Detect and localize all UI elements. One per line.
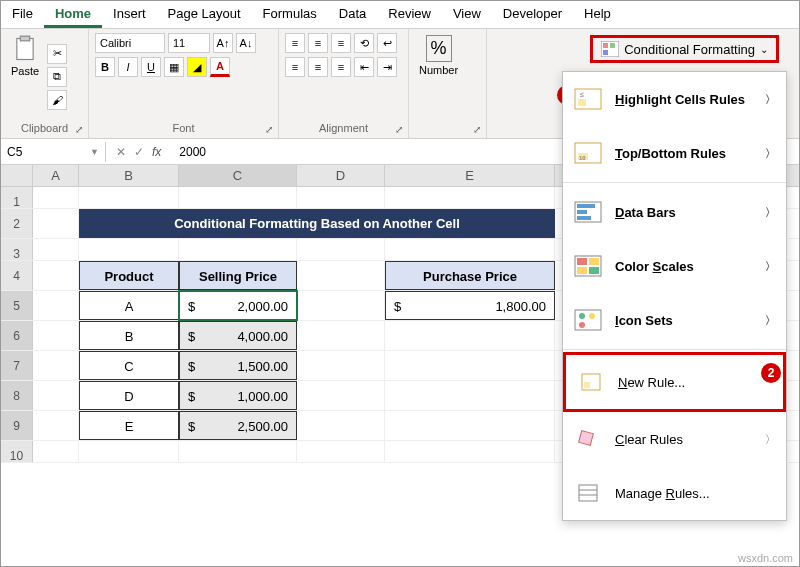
copy-button[interactable]: ⧉ bbox=[47, 67, 67, 87]
fx-icon[interactable]: fx bbox=[152, 145, 161, 159]
svg-rect-15 bbox=[577, 216, 591, 220]
alignment-launcher[interactable]: ⤢ bbox=[392, 122, 406, 136]
highlight-cells-icon: ≤ bbox=[573, 86, 603, 112]
manage-rules-icon bbox=[573, 480, 603, 506]
cell-selling-b[interactable]: $4,000.00 bbox=[179, 321, 297, 350]
increase-font-button[interactable]: A↑ bbox=[213, 33, 233, 53]
row-header-4[interactable]: 4 bbox=[1, 261, 33, 290]
header-selling-price[interactable]: Selling Price bbox=[179, 261, 297, 290]
menu-top-bottom-rules[interactable]: 10 Top/Bottom Rules 〉 bbox=[563, 126, 786, 180]
menu-clear-rules[interactable]: Clear Rules 〉 bbox=[563, 412, 786, 466]
font-color-button[interactable]: A bbox=[210, 57, 230, 77]
cell-product-b[interactable]: B bbox=[79, 321, 179, 350]
color-scales-icon bbox=[573, 253, 603, 279]
row-header-7[interactable]: 7 bbox=[1, 351, 33, 380]
row-header-8[interactable]: 8 bbox=[1, 381, 33, 410]
row-header-6[interactable]: 6 bbox=[1, 321, 33, 350]
row-header-2[interactable]: 2 bbox=[1, 209, 33, 238]
increase-indent-button[interactable]: ⇥ bbox=[377, 57, 397, 77]
header-product[interactable]: Product bbox=[79, 261, 179, 290]
tab-data[interactable]: Data bbox=[328, 1, 377, 28]
align-center-button[interactable]: ≡ bbox=[308, 57, 328, 77]
align-top-button[interactable]: ≡ bbox=[285, 33, 305, 53]
number-format-button[interactable]: % Number bbox=[415, 33, 462, 136]
wrap-text-button[interactable]: ↩ bbox=[377, 33, 397, 53]
svg-rect-26 bbox=[584, 382, 590, 388]
svg-rect-5 bbox=[603, 50, 608, 55]
select-all-corner[interactable] bbox=[1, 165, 33, 186]
svg-rect-14 bbox=[577, 210, 587, 214]
menu-color-scales[interactable]: Color Scales 〉 bbox=[563, 239, 786, 293]
col-header-e[interactable]: E bbox=[385, 165, 555, 186]
conditional-formatting-button[interactable]: Conditional Formatting ⌄ bbox=[590, 35, 779, 63]
header-purchase-price[interactable]: Purchase Price bbox=[385, 261, 555, 290]
row-header-3[interactable]: 3 bbox=[1, 239, 33, 260]
title-cell[interactable]: Conditional Formatting Based on Another … bbox=[79, 209, 555, 238]
decrease-indent-button[interactable]: ⇤ bbox=[354, 57, 374, 77]
menu-data-bars[interactable]: Data Bars 〉 bbox=[563, 185, 786, 239]
align-right-button[interactable]: ≡ bbox=[331, 57, 351, 77]
tab-help[interactable]: Help bbox=[573, 1, 622, 28]
cell-product-e[interactable]: E bbox=[79, 411, 179, 440]
tab-view[interactable]: View bbox=[442, 1, 492, 28]
row-header-9[interactable]: 9 bbox=[1, 411, 33, 440]
icon-sets-icon bbox=[573, 307, 603, 333]
number-launcher[interactable]: ⤢ bbox=[470, 122, 484, 136]
conditional-formatting-icon bbox=[601, 41, 619, 57]
tab-insert[interactable]: Insert bbox=[102, 1, 157, 28]
align-middle-button[interactable]: ≡ bbox=[308, 33, 328, 53]
row-header-10[interactable]: 10 bbox=[1, 441, 33, 462]
row-header-5[interactable]: 5 bbox=[1, 291, 33, 320]
chevron-right-icon: 〉 bbox=[765, 432, 776, 447]
font-launcher[interactable]: ⤢ bbox=[262, 122, 276, 136]
col-header-b[interactable]: B bbox=[79, 165, 179, 186]
svg-rect-28 bbox=[579, 485, 597, 501]
paste-button[interactable]: Paste bbox=[7, 33, 43, 120]
group-clipboard: Paste ✂ ⧉ 🖌 Clipboard ⤢ bbox=[1, 29, 89, 138]
group-label-font: Font bbox=[95, 120, 272, 136]
cell-selling-d[interactable]: $1,000.00 bbox=[179, 381, 297, 410]
tab-review[interactable]: Review bbox=[377, 1, 442, 28]
bold-button[interactable]: B bbox=[95, 57, 115, 77]
enter-formula-icon[interactable]: ✓ bbox=[134, 145, 144, 159]
tab-home[interactable]: Home bbox=[44, 1, 102, 28]
menu-icon-sets[interactable]: Icon Sets 〉 bbox=[563, 293, 786, 347]
italic-button[interactable]: I bbox=[118, 57, 138, 77]
group-number: % Number ⤢ bbox=[409, 29, 487, 138]
cell-selling-e[interactable]: $2,500.00 bbox=[179, 411, 297, 440]
menu-manage-rules[interactable]: Manage Rules... bbox=[563, 466, 786, 520]
tab-developer[interactable]: Developer bbox=[492, 1, 573, 28]
row-header-1[interactable]: 1 bbox=[1, 187, 33, 208]
decrease-font-button[interactable]: A↓ bbox=[236, 33, 256, 53]
svg-rect-20 bbox=[589, 267, 599, 274]
svg-point-22 bbox=[579, 313, 585, 319]
border-button[interactable]: ▦ bbox=[164, 57, 184, 77]
tab-page-layout[interactable]: Page Layout bbox=[157, 1, 252, 28]
format-painter-button[interactable]: 🖌 bbox=[47, 90, 67, 110]
col-header-c[interactable]: C bbox=[179, 165, 297, 186]
cell-product-a[interactable]: A bbox=[79, 291, 179, 320]
underline-button[interactable]: U bbox=[141, 57, 161, 77]
cell-purchase[interactable]: $1,800.00 bbox=[385, 291, 555, 320]
tab-formulas[interactable]: Formulas bbox=[252, 1, 328, 28]
align-left-button[interactable]: ≡ bbox=[285, 57, 305, 77]
tab-file[interactable]: File bbox=[1, 1, 44, 28]
col-header-a[interactable]: A bbox=[33, 165, 79, 186]
name-box[interactable]: C5 ▼ bbox=[1, 142, 106, 162]
cell-selling-a[interactable]: $2,000.00 bbox=[179, 291, 297, 320]
cell-product-c[interactable]: C bbox=[79, 351, 179, 380]
menu-new-rule[interactable]: New Rule... bbox=[563, 352, 786, 412]
col-header-d[interactable]: D bbox=[297, 165, 385, 186]
cell-product-d[interactable]: D bbox=[79, 381, 179, 410]
cut-button[interactable]: ✂ bbox=[47, 44, 67, 64]
fill-color-button[interactable]: ◢ bbox=[187, 57, 207, 77]
clipboard-launcher[interactable]: ⤢ bbox=[72, 122, 86, 136]
align-bottom-button[interactable]: ≡ bbox=[331, 33, 351, 53]
font-family-input[interactable] bbox=[95, 33, 165, 53]
font-size-input[interactable] bbox=[168, 33, 210, 53]
cell-selling-c[interactable]: $1,500.00 bbox=[179, 351, 297, 380]
ribbon-tabs: File Home Insert Page Layout Formulas Da… bbox=[1, 1, 799, 29]
cancel-formula-icon[interactable]: ✕ bbox=[116, 145, 126, 159]
menu-highlight-cells-rules[interactable]: ≤ Highlight Cells Rules 〉 bbox=[563, 72, 786, 126]
orientation-button[interactable]: ⟲ bbox=[354, 33, 374, 53]
